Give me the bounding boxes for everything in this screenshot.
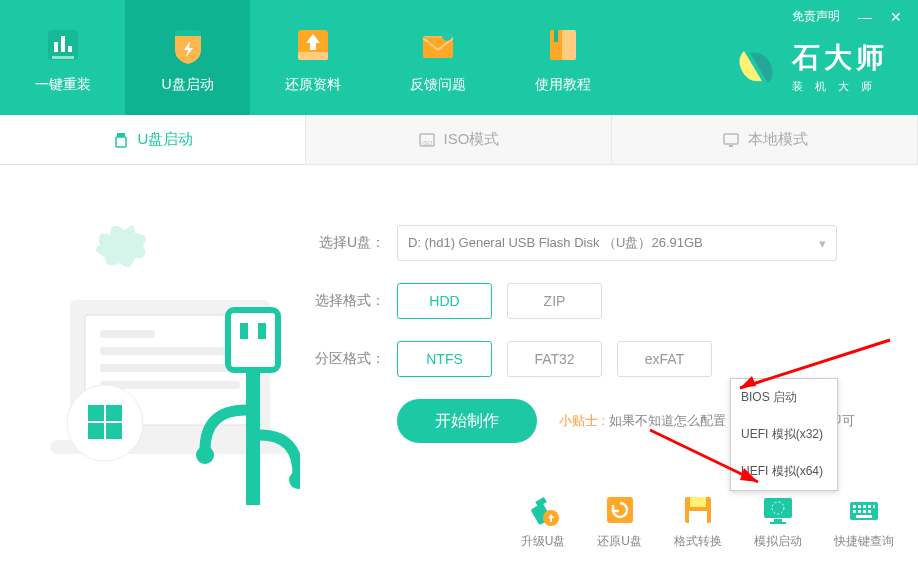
usb-up-icon — [524, 493, 562, 527]
svg-rect-52 — [868, 505, 871, 508]
svg-rect-3 — [68, 46, 72, 52]
simulate-popup: BIOS 启动 UEFI 模拟(x32) UEFI 模拟(x64) — [730, 378, 838, 491]
svg-point-36 — [289, 471, 300, 489]
tool-label: 还原U盘 — [597, 533, 642, 550]
svg-rect-30 — [106, 423, 122, 439]
svg-rect-28 — [106, 405, 122, 421]
svg-rect-12 — [554, 30, 558, 42]
svg-rect-50 — [858, 505, 861, 508]
svg-rect-2 — [61, 36, 65, 52]
svg-rect-53 — [873, 505, 875, 508]
svg-rect-44 — [764, 498, 792, 518]
tab-label: ISO模式 — [444, 130, 500, 149]
tab-label: 本地模式 — [748, 130, 808, 149]
svg-rect-22 — [100, 347, 240, 355]
partition-fat32-option[interactable]: FAT32 — [507, 341, 602, 377]
logo-icon — [732, 43, 780, 91]
svg-rect-11 — [562, 30, 576, 60]
close-button[interactable]: ✕ — [890, 9, 902, 25]
svg-rect-34 — [246, 370, 260, 505]
svg-text:ISO: ISO — [422, 140, 433, 146]
header: 免责声明 — ✕ 一键重装 U盘启动 还原资料 反馈问题 使用教程 — [0, 0, 918, 115]
start-button[interactable]: 开始制作 — [397, 399, 537, 443]
svg-rect-5 — [175, 30, 201, 36]
svg-rect-7 — [298, 52, 328, 60]
usb-select-label: 选择U盘： — [310, 234, 385, 252]
popup-uefi64[interactable]: UEFI 模拟(x64) — [731, 453, 837, 490]
partition-ntfs-option[interactable]: NTFS — [397, 341, 492, 377]
svg-rect-55 — [858, 510, 861, 513]
format-zip-option[interactable]: ZIP — [507, 283, 602, 319]
svg-rect-42 — [690, 497, 706, 507]
nav-label: 使用教程 — [535, 76, 591, 94]
svg-point-9 — [442, 31, 452, 41]
tool-label: 格式转换 — [674, 533, 722, 550]
bar-chart-icon — [40, 22, 86, 68]
svg-rect-29 — [88, 423, 104, 439]
tool-restore-usb[interactable]: 还原U盘 — [597, 493, 642, 550]
nav-usb-boot[interactable]: U盘启动 — [125, 0, 250, 115]
nav-label: 一键重装 — [35, 76, 91, 94]
book-icon — [540, 22, 586, 68]
tool-label: 升级U盘 — [521, 533, 566, 550]
format-hdd-option[interactable]: HDD — [397, 283, 492, 319]
nav-feedback[interactable]: 反馈问题 — [375, 0, 500, 115]
monitor-icon — [722, 131, 740, 149]
svg-rect-40 — [607, 497, 633, 523]
nav-label: 反馈问题 — [410, 76, 466, 94]
svg-rect-23 — [100, 364, 240, 372]
svg-rect-43 — [689, 511, 707, 523]
tab-usb-boot[interactable]: U盘启动 — [0, 115, 306, 164]
tab-local[interactable]: 本地模式 — [612, 115, 918, 164]
svg-rect-54 — [853, 510, 856, 513]
svg-rect-51 — [863, 505, 866, 508]
nav-label: 还原资料 — [285, 76, 341, 94]
tool-upgrade-usb[interactable]: 升级U盘 — [521, 493, 566, 550]
restore-icon — [601, 493, 639, 527]
svg-point-35 — [196, 446, 214, 464]
svg-rect-58 — [856, 515, 872, 518]
nav-tutorial[interactable]: 使用教程 — [500, 0, 625, 115]
iso-icon: ISO — [418, 131, 436, 149]
svg-rect-21 — [100, 330, 155, 338]
minimize-button[interactable]: — — [858, 9, 872, 25]
tool-hotkey-query[interactable]: 快捷键查询 — [834, 493, 894, 550]
svg-rect-46 — [774, 519, 782, 522]
tab-label: U盘启动 — [138, 130, 194, 149]
upload-box-icon — [290, 22, 336, 68]
usb-select[interactable]: D: (hd1) General USB Flash Disk （U盘）26.9… — [397, 225, 837, 261]
svg-rect-49 — [853, 505, 856, 508]
window-controls: 免责声明 — ✕ — [792, 8, 902, 25]
illustration — [30, 185, 310, 505]
svg-rect-24 — [100, 381, 240, 389]
partition-label: 分区格式： — [310, 350, 385, 368]
popup-bios[interactable]: BIOS 启动 — [731, 379, 837, 416]
svg-rect-17 — [724, 134, 738, 144]
brand-name: 石大师 — [792, 39, 888, 77]
popup-uefi32[interactable]: UEFI 模拟(x32) — [731, 416, 837, 453]
brand-sub: 装机大师 — [792, 79, 888, 94]
envelope-icon — [415, 22, 461, 68]
save-icon — [679, 493, 717, 527]
shield-bolt-icon — [165, 22, 211, 68]
svg-rect-27 — [88, 405, 104, 421]
svg-rect-31 — [228, 310, 278, 370]
tool-label: 模拟启动 — [754, 533, 802, 550]
tab-iso[interactable]: ISO ISO模式 — [306, 115, 612, 164]
tool-simulate-boot[interactable]: 模拟启动 — [754, 493, 802, 550]
svg-rect-56 — [863, 510, 866, 513]
svg-rect-14 — [116, 137, 126, 147]
svg-rect-57 — [868, 510, 871, 513]
mode-tabs: U盘启动 ISO ISO模式 本地模式 — [0, 115, 918, 165]
nav-reinstall[interactable]: 一键重装 — [0, 0, 125, 115]
svg-rect-33 — [258, 323, 266, 339]
partition-exfat-option[interactable]: exFAT — [617, 341, 712, 377]
svg-rect-1 — [54, 42, 58, 52]
nav-label: U盘启动 — [161, 76, 213, 94]
disclaimer-link[interactable]: 免责声明 — [792, 8, 840, 25]
keyboard-icon — [845, 493, 883, 527]
nav-restore[interactable]: 还原资料 — [250, 0, 375, 115]
usb-small-icon — [112, 131, 130, 149]
tool-format-convert[interactable]: 格式转换 — [674, 493, 722, 550]
format-label: 选择格式： — [310, 292, 385, 310]
